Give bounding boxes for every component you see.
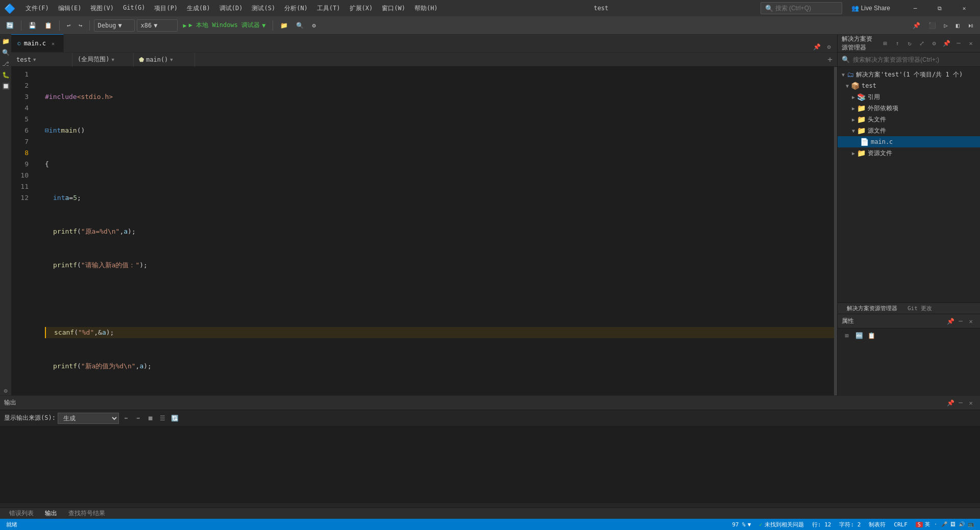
se-filter-btn[interactable]: ⊞	[880, 38, 890, 48]
output-toolbar-btn-2[interactable]: ➡	[133, 413, 143, 423]
tree-item-external-deps[interactable]: ▶ 📁 外部依赖项	[838, 103, 980, 114]
props-pin-btn[interactable]: 📌	[945, 316, 955, 326]
toolbar-save-btn[interactable]: 💾	[26, 20, 39, 31]
tree-item-main-c[interactable]: 📄 main.c	[838, 136, 980, 147]
status-line[interactable]: 行: 12	[810, 521, 834, 528]
se-tab-git[interactable]: Git 更改	[902, 303, 938, 314]
props-pages-btn[interactable]: 📋	[866, 331, 876, 341]
output-hscroll[interactable]	[0, 502, 980, 508]
status-ready[interactable]: 就绪	[4, 521, 19, 528]
tree-item-solution[interactable]: ▼ 🗂 解决方案'test'(1 个项目/共 1 个)	[838, 69, 980, 80]
redo-button[interactable]: ↪	[76, 20, 85, 31]
status-ime[interactable]: S 英 ・ 🎤 🖼 🔊 📺	[914, 521, 976, 528]
restore-button[interactable]: ⧉	[928, 0, 951, 16]
tab-pin-btn[interactable]: 📌	[812, 42, 822, 52]
menu-tools[interactable]: 工具(T)	[313, 2, 345, 15]
props-minimize-btn[interactable]: ─	[955, 316, 966, 326]
menu-build[interactable]: 生成(B)	[183, 2, 214, 15]
close-button[interactable]: ✕	[952, 0, 976, 16]
toolbar-extra-1[interactable]: 📌	[910, 20, 923, 31]
output-header: 输出 📌 ─ ✕	[0, 396, 980, 410]
output-toolbar-btn-5[interactable]: 🔃	[170, 413, 180, 423]
se-refresh-btn[interactable]: ↻	[904, 38, 915, 48]
debug-config-dropdown[interactable]: Debug ▼	[94, 19, 135, 32]
toolbar-open-btn[interactable]: 📁	[277, 20, 291, 31]
se-collapse-btn[interactable]: ↑	[892, 38, 902, 48]
tab-close-main-c[interactable]: ✕	[49, 39, 57, 47]
toolbar-new-btn[interactable]: 🔄	[3, 20, 17, 31]
status-zoom[interactable]: 97 % ▼	[730, 521, 753, 528]
status-no-problems-icon[interactable]: ✓ 未找到相关问题	[757, 521, 806, 528]
activity-extensions[interactable]: 🔲	[1, 82, 10, 91]
tree-item-references[interactable]: ▶ 📚 引用	[838, 91, 980, 103]
live-share-button[interactable]: 👥 Live Share	[846, 3, 895, 14]
scope-dropdown[interactable]: (全局范围) ▼	[72, 53, 134, 67]
menu-help[interactable]: 帮助(H)	[410, 2, 442, 15]
toolbar-extra-2[interactable]: ⬛	[925, 20, 939, 31]
menu-git[interactable]: Git(G)	[119, 2, 149, 15]
bottom-tab-find-symbols[interactable]: 查找符号结果	[63, 508, 110, 519]
se-settings-btn[interactable]: ⚙	[929, 38, 939, 48]
bottom-tab-error-list[interactable]: 错误列表	[4, 508, 39, 519]
status-encoding[interactable]: 制表符	[867, 521, 888, 528]
tree-item-source-files[interactable]: ▼ 📁 源文件	[838, 125, 980, 136]
activity-search[interactable]: 🔍	[1, 48, 10, 57]
activity-debug[interactable]: 🐛	[1, 70, 10, 80]
function-dropdown[interactable]: ⬟ main() ▼	[134, 53, 195, 67]
activity-explorer[interactable]: 📁	[1, 37, 10, 46]
title-search-box[interactable]: 🔍	[761, 2, 842, 14]
activity-git[interactable]: ⎇	[1, 59, 10, 68]
se-close-btn[interactable]: ✕	[966, 38, 976, 48]
output-toolbar-btn-1[interactable]: ⬅	[121, 413, 131, 423]
menu-project[interactable]: 项目(P)	[150, 2, 182, 15]
code-content[interactable]: #include <stdio.h> ⊟int main() { int a =…	[37, 67, 834, 395]
platform-dropdown[interactable]: x86 ▼	[137, 19, 178, 32]
activity-settings[interactable]: ⚙	[1, 386, 10, 395]
tree-item-resource-files[interactable]: ▶ 📁 资源文件	[838, 147, 980, 159]
menu-edit[interactable]: 编辑(E)	[54, 2, 86, 15]
toolbar-extra-4[interactable]: ◧	[953, 20, 963, 31]
props-close-btn[interactable]: ✕	[966, 316, 976, 326]
minimap-thumb[interactable]	[834, 67, 837, 395]
menu-analyze[interactable]: 分析(N)	[280, 2, 312, 15]
code-editor[interactable]: 1 2 3 4 5 6 7 8 9 10 11 12 #include <std…	[11, 67, 837, 395]
props-alpha-btn[interactable]: 🔤	[854, 331, 864, 341]
tree-label-headers: 头文件	[868, 115, 886, 124]
tree-item-headers[interactable]: ▶ 📁 头文件	[838, 114, 980, 125]
filename-dropdown[interactable]: test ▼	[11, 53, 72, 67]
menu-window[interactable]: 窗口(W)	[378, 2, 409, 15]
se-tab-solution[interactable]: 解决方案资源管理器	[842, 303, 902, 314]
output-source-select[interactable]: 生成 调试 测试	[58, 413, 119, 424]
menu-view[interactable]: 视图(V)	[86, 2, 118, 15]
output-toolbar-btn-4[interactable]: ☰	[158, 413, 168, 423]
output-toolbar-btn-3[interactable]: ⏹	[145, 413, 156, 423]
solution-search-input[interactable]	[853, 56, 976, 63]
new-hsplit-btn[interactable]: +	[823, 53, 837, 67]
run-button[interactable]: ▶ ▶ 本地 Windows 调试器 ▼	[180, 19, 268, 31]
menu-extensions[interactable]: 扩展(X)	[346, 2, 377, 15]
tree-item-project[interactable]: ▼ 📦 test	[838, 80, 980, 91]
toolbar-search-btn[interactable]: 🔍	[293, 20, 307, 31]
status-col[interactable]: 字符: 2	[837, 521, 863, 528]
menu-debug[interactable]: 调试(D)	[215, 2, 247, 15]
menu-file[interactable]: 文件(F)	[21, 2, 53, 15]
se-sync-btn[interactable]: ⤢	[917, 38, 927, 48]
tab-settings-btn[interactable]: ⚙	[824, 42, 834, 52]
undo-button[interactable]: ↩	[64, 20, 74, 31]
toolbar-extra-5[interactable]: ⏯	[965, 20, 977, 31]
editor-tab-main-c[interactable]: © main.c ✕	[11, 34, 64, 52]
se-minimize-btn[interactable]: ─	[953, 38, 964, 48]
output-minimize-btn[interactable]: ─	[955, 398, 966, 408]
toolbar-settings-btn[interactable]: ⚙	[309, 20, 318, 31]
menu-test[interactable]: 测试(S)	[248, 2, 279, 15]
output-close-btn[interactable]: ✕	[966, 398, 976, 408]
output-pin-btn[interactable]: 📌	[945, 398, 955, 408]
props-categorize-btn[interactable]: ⊞	[842, 331, 852, 341]
title-search-input[interactable]	[775, 5, 837, 12]
toolbar-extra-3[interactable]: ▷	[941, 20, 951, 31]
status-line-ending[interactable]: CRLF	[892, 521, 910, 528]
se-pin-btn[interactable]: 📌	[941, 38, 951, 48]
bottom-tab-output[interactable]: 输出	[40, 508, 62, 519]
toolbar-saveas-btn[interactable]: 📋	[41, 20, 55, 31]
minimize-button[interactable]: ─	[903, 0, 927, 16]
